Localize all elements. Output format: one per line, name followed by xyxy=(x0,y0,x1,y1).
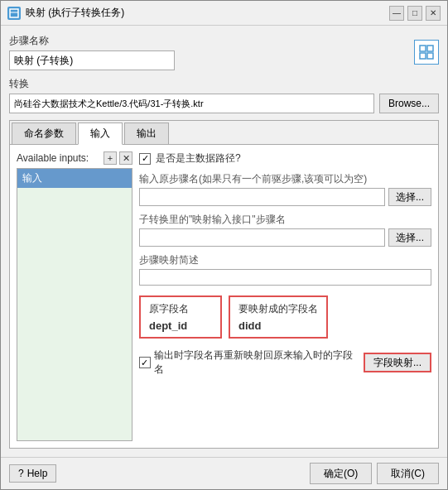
tabs-container: 命名参数 输入 输出 Available inputs: + ✕ 输入 xyxy=(9,120,439,449)
left-panel: Available inputs: + ✕ 输入 xyxy=(17,151,132,441)
right-panel: 是否是主数据路径? 输入原步骤名(如果只有一个前驱步骤,该项可以为空) 选择..… xyxy=(139,151,431,441)
target-field-label: 要映射成的字段名 xyxy=(238,302,318,316)
footer-right: 确定(O) 取消(C) xyxy=(310,463,439,484)
main-window: 映射 (执行子转换任务) — □ ✕ 步骤名称 xyxy=(0,0,448,490)
title-bar: 映射 (执行子转换任务) — □ ✕ xyxy=(1,1,447,26)
target-field-value: didd xyxy=(238,319,318,332)
remove-input-button[interactable]: ✕ xyxy=(119,151,132,165)
step-name-label: 步骤名称 xyxy=(9,34,175,48)
input-step-input[interactable] xyxy=(139,188,385,206)
minimize-button[interactable]: — xyxy=(389,6,404,21)
cancel-button[interactable]: 取消(C) xyxy=(377,463,439,484)
tab-output[interactable]: 输出 xyxy=(124,122,169,144)
tab-input[interactable]: 输入 xyxy=(78,122,123,145)
footer: ? Help 确定(O) 取消(C) xyxy=(1,457,447,489)
step-description-input[interactable] xyxy=(139,269,431,286)
step-name-input[interactable] xyxy=(9,50,175,70)
step-name-row: 步骤名称 xyxy=(9,34,439,70)
mapping-input-label: 子转换里的"映射输入接口"步骤名 xyxy=(139,213,431,227)
svg-rect-0 xyxy=(10,9,18,17)
help-label: Help xyxy=(27,468,48,479)
mapping-input-select-button[interactable]: 选择... xyxy=(388,228,431,247)
list-item[interactable]: 输入 xyxy=(17,169,132,188)
bottom-row: 输出时字段名再重新映射回原来输入时的字段名 字段映射... xyxy=(139,348,431,377)
svg-rect-4 xyxy=(420,53,426,59)
window-title: 映射 (执行子转换任务) xyxy=(26,6,124,20)
input-list: 输入 xyxy=(17,168,132,441)
title-controls: — □ ✕ xyxy=(389,6,441,21)
help-circle-icon: ? xyxy=(18,468,24,479)
available-label: Available inputs: xyxy=(17,152,89,164)
output-remap-row: 输出时字段名再重新映射回原来输入时的字段名 xyxy=(139,348,359,377)
mapping-input-input[interactable] xyxy=(139,228,385,247)
svg-rect-5 xyxy=(427,53,433,59)
transform-row: Browse... xyxy=(9,94,439,113)
input-step-row: 选择... xyxy=(139,188,431,206)
step-description-group: 步骤映射简述 xyxy=(139,253,431,286)
mapping-input-row: 选择... xyxy=(139,228,431,247)
close-button[interactable]: ✕ xyxy=(426,6,441,21)
field-mapping-button[interactable]: 字段映射... xyxy=(364,353,431,372)
transform-label: 转换 xyxy=(9,77,439,91)
step-description-label: 步骤映射简述 xyxy=(139,253,431,267)
tab-naming-params[interactable]: 命名参数 xyxy=(12,122,76,144)
input-step-select-button[interactable]: 选择... xyxy=(388,188,431,206)
ok-button[interactable]: 确定(O) xyxy=(310,463,372,484)
output-remap-label: 输出时字段名再重新映射回原来输入时的字段名 xyxy=(154,348,359,377)
input-step-name-group: 输入原步骤名(如果只有一个前驱步骤,该项可以为空) 选择... xyxy=(139,172,431,206)
main-path-row: 是否是主数据路径? xyxy=(139,151,431,166)
maximize-button[interactable]: □ xyxy=(407,6,422,21)
source-field-value: dept_id xyxy=(149,319,212,332)
input-step-label: 输入原步骤名(如果只有一个前驱步骤,该项可以为空) xyxy=(139,172,431,186)
transform-section: 转换 Browse... xyxy=(9,77,439,113)
available-header: Available inputs: + ✕ xyxy=(17,151,132,165)
browse-button[interactable]: Browse... xyxy=(379,94,439,113)
tabs-header: 命名参数 输入 输出 xyxy=(10,121,438,145)
mapping-section: 原字段名 dept_id 要映射成的字段名 didd xyxy=(139,295,431,339)
main-path-checkbox[interactable] xyxy=(139,153,151,165)
step-name-section: 步骤名称 xyxy=(9,34,439,70)
target-field-box: 要映射成的字段名 didd xyxy=(229,295,328,339)
source-field-box: 原字段名 dept_id xyxy=(139,295,222,339)
available-icons: + ✕ xyxy=(104,151,132,165)
output-remap-checkbox[interactable] xyxy=(139,357,151,368)
window-icon xyxy=(7,7,21,20)
step-name-group: 步骤名称 xyxy=(9,34,175,70)
mapping-input-step-group: 子转换里的"映射输入接口"步骤名 选择... xyxy=(139,213,431,247)
main-path-label: 是否是主数据路径? xyxy=(156,151,241,166)
content-area: 步骤名称 转换 Browse... xyxy=(1,26,447,457)
source-field-label: 原字段名 xyxy=(149,302,212,316)
svg-rect-2 xyxy=(420,46,426,51)
title-bar-left: 映射 (执行子转换任务) xyxy=(7,6,124,20)
svg-rect-3 xyxy=(427,46,433,51)
tabs-body: Available inputs: + ✕ 输入 是 xyxy=(10,145,438,448)
transform-path-input[interactable] xyxy=(9,94,374,113)
corner-icon xyxy=(414,40,439,65)
add-input-button[interactable]: + xyxy=(104,151,117,165)
help-button[interactable]: ? Help xyxy=(9,464,56,483)
